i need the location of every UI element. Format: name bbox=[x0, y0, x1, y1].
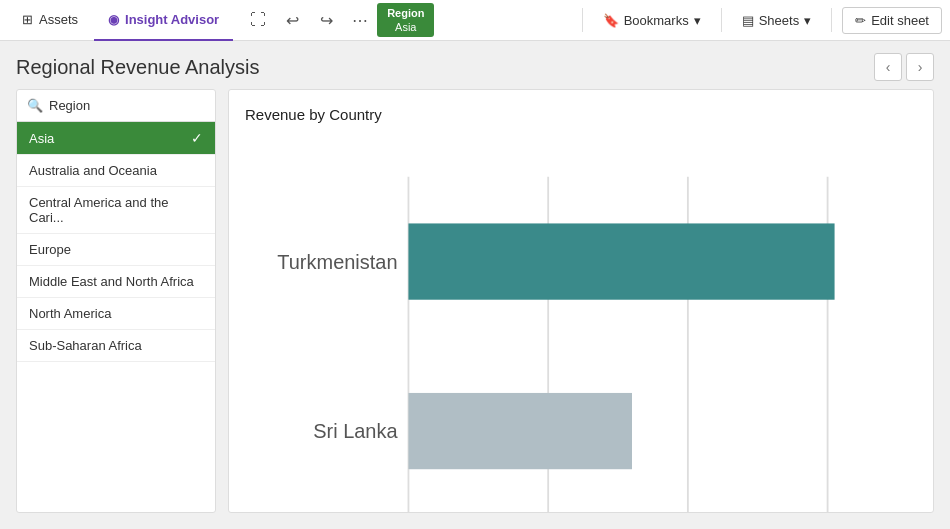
filter-list-item[interactable]: Middle East and North Africa bbox=[17, 266, 215, 298]
filter-list-item[interactable]: Australia and Oceania bbox=[17, 155, 215, 187]
sheets-icon: ▤ bbox=[742, 13, 754, 28]
filter-list-item[interactable]: Sub-Saharan Africa bbox=[17, 330, 215, 362]
filter-list-item[interactable]: North America bbox=[17, 298, 215, 330]
divider2 bbox=[721, 8, 722, 32]
chart-title-bold: Revenue by Country bbox=[245, 106, 382, 123]
filter-search-input[interactable] bbox=[49, 98, 216, 113]
chart-panel: Revenue by Country TurkmenistanSri Lanka… bbox=[228, 89, 934, 513]
grid-icon: ⊞ bbox=[22, 12, 33, 27]
filter-list-item[interactable]: Europe bbox=[17, 234, 215, 266]
sheets-button[interactable]: ▤ Sheets ▾ bbox=[732, 8, 821, 33]
sheets-label: Sheets bbox=[759, 13, 799, 28]
sheets-chevron-icon: ▾ bbox=[804, 13, 811, 28]
bar-label: Turkmenistan bbox=[277, 251, 397, 273]
filter-list-item[interactable]: Central America and the Cari... bbox=[17, 187, 215, 234]
page-content: Regional Revenue Analysis ‹ › 🔍 Asia✓Aus… bbox=[0, 41, 950, 529]
filter-item-checkmark-icon: ✓ bbox=[191, 130, 203, 146]
filter-list: Asia✓Australia and OceaniaCentral Americ… bbox=[17, 122, 215, 512]
bookmarks-chevron-icon: ▾ bbox=[694, 13, 701, 28]
filter-item-label: Middle East and North Africa bbox=[29, 274, 194, 289]
main-area: 🔍 Asia✓Australia and OceaniaCentral Amer… bbox=[0, 89, 950, 529]
region-badge-value: Asia bbox=[395, 20, 416, 34]
bar-rect bbox=[408, 393, 632, 469]
divider3 bbox=[831, 8, 832, 32]
filter-item-label: North America bbox=[29, 306, 111, 321]
filter-item-label: Asia bbox=[29, 131, 54, 146]
prev-page-button[interactable]: ‹ bbox=[874, 53, 902, 81]
filter-search-bar[interactable]: 🔍 bbox=[17, 90, 215, 122]
bookmarks-button[interactable]: 🔖 Bookmarks ▾ bbox=[593, 8, 711, 33]
region-filter-badge[interactable]: Region Asia bbox=[377, 3, 434, 37]
filter-item-label: Europe bbox=[29, 242, 71, 257]
insight-icon: ◉ bbox=[108, 12, 119, 27]
filter-list-item[interactable]: Asia✓ bbox=[17, 122, 215, 155]
divider bbox=[582, 8, 583, 32]
page-nav-arrows: ‹ › bbox=[874, 53, 934, 81]
redo-btn[interactable]: ↪ bbox=[311, 5, 341, 35]
filter-search-icon: 🔍 bbox=[27, 98, 43, 113]
assets-tab-label: Assets bbox=[39, 12, 78, 27]
bar-chart-svg: TurkmenistanSri LankaMongolia02M4M6MTota… bbox=[245, 139, 917, 513]
zoom-icon-btn[interactable]: ⛶ bbox=[243, 5, 273, 35]
page-header: Regional Revenue Analysis ‹ › bbox=[0, 41, 950, 89]
filter-panel: 🔍 Asia✓Australia and OceaniaCentral Amer… bbox=[16, 89, 216, 513]
bookmark-icon: 🔖 bbox=[603, 13, 619, 28]
undo-btn[interactable]: ↩ bbox=[277, 5, 307, 35]
more-btn[interactable]: ⋯ bbox=[345, 5, 375, 35]
insight-advisor-tab-label: Insight Advisor bbox=[125, 12, 219, 27]
filter-item-label: Australia and Oceania bbox=[29, 163, 157, 178]
region-badge-title: Region bbox=[387, 6, 424, 20]
pencil-icon: ✏ bbox=[855, 13, 866, 28]
page-title: Regional Revenue Analysis bbox=[16, 56, 260, 79]
next-page-button[interactable]: › bbox=[906, 53, 934, 81]
bar-rect bbox=[408, 223, 834, 299]
chart-title: Revenue by Country bbox=[245, 106, 917, 123]
top-navigation: ⊞ Assets ◉ Insight Advisor ⛶ ↩ ↪ ⋯ Regio… bbox=[0, 0, 950, 41]
bookmarks-label: Bookmarks bbox=[624, 13, 689, 28]
insight-advisor-tab[interactable]: ◉ Insight Advisor bbox=[94, 0, 233, 41]
chart-svg-wrapper: TurkmenistanSri LankaMongolia02M4M6MTota… bbox=[245, 139, 917, 513]
edit-sheet-label: Edit sheet bbox=[871, 13, 929, 28]
bar-label: Sri Lanka bbox=[313, 420, 398, 442]
filter-item-label: Central America and the Cari... bbox=[29, 195, 203, 225]
edit-sheet-button[interactable]: ✏ Edit sheet bbox=[842, 7, 942, 34]
assets-tab[interactable]: ⊞ Assets bbox=[8, 0, 92, 41]
nav-right-actions: 🔖 Bookmarks ▾ ▤ Sheets ▾ ✏ Edit sheet bbox=[578, 7, 942, 34]
toolbar-icons: ⛶ ↩ ↪ ⋯ bbox=[243, 5, 375, 35]
filter-item-label: Sub-Saharan Africa bbox=[29, 338, 142, 353]
